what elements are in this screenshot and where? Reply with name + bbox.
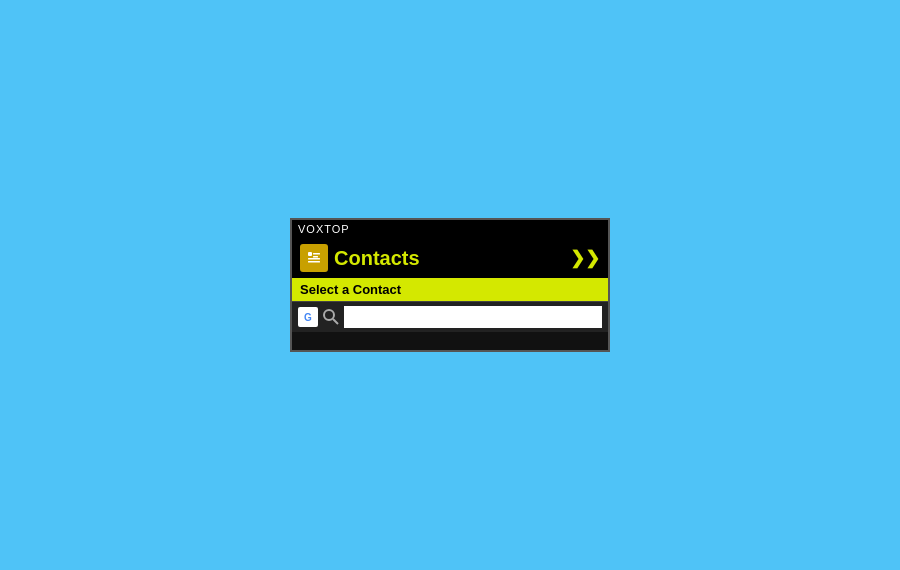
svg-rect-3 [313, 256, 318, 258]
subheader-text: Select a Contact [300, 282, 401, 297]
subheader: Select a Contact [292, 278, 608, 301]
svg-line-29 [333, 319, 338, 324]
footer-bar [292, 332, 608, 350]
title-bar: VOXTOP [292, 220, 608, 238]
app-title: VOXTOP [298, 223, 350, 235]
svg-rect-2 [313, 253, 320, 255]
header-title: Contacts [334, 247, 420, 270]
google-icon: G [298, 307, 318, 327]
search-input[interactable] [344, 306, 602, 328]
back-button[interactable]: ❯❯ [570, 247, 600, 269]
contacts-icon [300, 244, 328, 272]
svg-point-28 [324, 310, 334, 320]
svg-rect-4 [308, 258, 320, 260]
search-icon [322, 308, 340, 326]
bottom-bar: G [292, 301, 608, 332]
phone-container: VOXTOP Contacts ❯❯ Select a Contact [290, 218, 610, 352]
header-left: Contacts [300, 244, 420, 272]
svg-rect-1 [308, 252, 312, 256]
header: Contacts ❯❯ [292, 238, 608, 278]
svg-rect-5 [308, 261, 320, 263]
